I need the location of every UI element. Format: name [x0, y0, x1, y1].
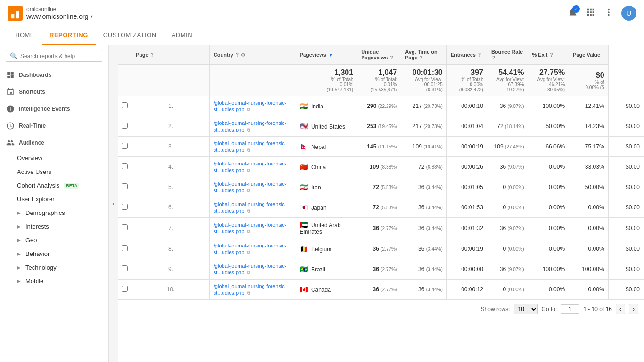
- copy-icon[interactable]: ⧉: [247, 168, 250, 173]
- row-avg-time: 00:01:32: [446, 218, 487, 239]
- bounce-rate-col-help[interactable]: ?: [492, 55, 495, 60]
- col-header-check: [118, 45, 132, 65]
- logo-area: omicsonline www.omicsonline.org ▾: [8, 6, 568, 21]
- row-check[interactable]: [118, 137, 132, 157]
- sidebar-item-overview[interactable]: Overview: [0, 151, 108, 165]
- row-page-value: $0.00: [608, 280, 644, 300]
- country-col-help[interactable]: ?: [236, 52, 239, 58]
- row-check[interactable]: [118, 157, 132, 177]
- row-check[interactable]: [118, 259, 132, 280]
- country-name: United States: [311, 123, 345, 130]
- sidebar-item-cohort-analysis[interactable]: Cohort Analysis BETA: [0, 179, 108, 192]
- tab-customization[interactable]: CUSTOMIZATION: [96, 26, 164, 45]
- site-dropdown-arrow[interactable]: ▾: [91, 14, 93, 19]
- search-input[interactable]: [20, 53, 98, 59]
- table-row: 5. /global-journal-nursing-forensic-st..…: [118, 177, 644, 197]
- sidebar-item-user-explorer[interactable]: User Explorer: [0, 192, 108, 206]
- sidebar-item-shortcuts[interactable]: Shortcuts: [0, 83, 108, 100]
- site-url[interactable]: www.omicsonline.org ▾: [26, 13, 93, 20]
- sidebar-item-technology[interactable]: ▶ Technology: [0, 261, 108, 274]
- row-check[interactable]: [118, 239, 132, 259]
- copy-icon[interactable]: ⧉: [247, 270, 250, 275]
- goto-input[interactable]: [561, 304, 579, 314]
- copy-icon[interactable]: ⧉: [247, 127, 250, 132]
- row-check[interactable]: [118, 218, 132, 239]
- sidebar-item-mobile[interactable]: ▶ Mobile: [0, 274, 108, 288]
- page-col-help[interactable]: ?: [151, 52, 154, 58]
- copy-icon[interactable]: ⧉: [247, 148, 250, 153]
- summary-bounce-rate: 54.41% Avg for View: 67.39% (-19.27%): [487, 65, 528, 96]
- search-input-wrap[interactable]: 🔍: [6, 50, 102, 62]
- row-checkbox[interactable]: [122, 265, 128, 272]
- tab-reporting[interactable]: REPORTING: [42, 26, 96, 45]
- user-avatar[interactable]: U: [621, 6, 636, 21]
- row-pageviews: 36 (2.77%): [357, 239, 401, 259]
- row-number: 9.: [132, 259, 210, 280]
- sidebar-item-audience[interactable]: Audience: [0, 134, 108, 151]
- summary-pct-exit: 27.75% Avg for View: 46.21% (-39.95%): [528, 65, 569, 96]
- row-unique-pv: 36 (3.44%): [401, 239, 447, 259]
- row-pct-exit: 14.23%: [569, 116, 608, 137]
- row-checkbox[interactable]: [122, 102, 128, 108]
- sidebar-item-demographics[interactable]: ▶ Demographics: [0, 206, 108, 220]
- show-rows-select[interactable]: 102550100500: [514, 304, 538, 314]
- row-page-value: $0.00: [608, 177, 644, 197]
- pct-exit-col-help[interactable]: ?: [550, 52, 553, 58]
- show-rows-label: Show rows:: [481, 306, 510, 313]
- row-checkbox[interactable]: [122, 224, 128, 230]
- more-options-button[interactable]: [603, 7, 614, 19]
- row-number: 10.: [132, 280, 210, 300]
- unique-pv-col-help[interactable]: ?: [390, 55, 393, 60]
- row-checkbox[interactable]: [122, 183, 128, 189]
- flag-icon: 🇦🇪: [300, 221, 308, 229]
- entrances-col-help[interactable]: ?: [478, 52, 481, 58]
- row-check[interactable]: [118, 177, 132, 197]
- row-number: 2.: [132, 116, 210, 137]
- sidebar-item-dashboards[interactable]: Dashboards: [0, 66, 108, 83]
- row-bounce-rate: 0.00%: [528, 218, 569, 239]
- country-col-filter[interactable]: ⚙: [241, 52, 245, 58]
- notification-button[interactable]: 2: [568, 7, 578, 19]
- row-checkbox[interactable]: [122, 123, 128, 129]
- country-name: Japan: [311, 205, 327, 211]
- apps-button[interactable]: [586, 7, 596, 19]
- sidebar-item-active-users[interactable]: Active Users: [0, 165, 108, 179]
- row-unique-pv: 36 (3.44%): [401, 218, 447, 239]
- row-number: 8.: [132, 239, 210, 259]
- row-page-value: $0.00: [608, 197, 644, 218]
- copy-icon[interactable]: ⧉: [247, 188, 250, 193]
- row-unique-pv: 217 (20.73%): [401, 96, 447, 116]
- row-checkbox[interactable]: [122, 163, 128, 169]
- sidebar-item-interests[interactable]: ▶ Interests: [0, 220, 108, 233]
- row-unique-pv: 36 (3.44%): [401, 197, 447, 218]
- copy-icon[interactable]: ⧉: [247, 107, 250, 112]
- sidebar-collapse-button[interactable]: ‹: [108, 45, 118, 362]
- row-check[interactable]: [118, 96, 132, 116]
- row-entrances: 0 (0.00%): [487, 177, 528, 197]
- next-page-button[interactable]: ›: [629, 304, 638, 314]
- flag-icon: 🇺🇸: [300, 123, 308, 130]
- prev-page-button[interactable]: ‹: [616, 304, 625, 314]
- avg-time-col-help[interactable]: ?: [420, 55, 423, 60]
- row-checkbox[interactable]: [122, 204, 128, 210]
- row-check[interactable]: [118, 116, 132, 137]
- summary-page: [132, 65, 210, 96]
- copy-icon[interactable]: ⧉: [247, 250, 250, 255]
- tab-home[interactable]: HOME: [8, 26, 42, 45]
- row-checkbox[interactable]: [122, 143, 128, 149]
- copy-icon[interactable]: ⧉: [247, 290, 250, 296]
- row-checkbox[interactable]: [122, 286, 128, 292]
- sidebar-item-intelligence[interactable]: Intelligence Events: [0, 100, 108, 117]
- row-checkbox[interactable]: [122, 245, 128, 251]
- sidebar-item-behavior[interactable]: ▶ Behavior: [0, 247, 108, 261]
- tab-admin[interactable]: ADMIN: [164, 26, 200, 45]
- row-check[interactable]: [118, 280, 132, 300]
- copy-icon[interactable]: ⧉: [247, 208, 250, 214]
- copy-icon[interactable]: ⧉: [247, 229, 250, 234]
- row-check[interactable]: [118, 197, 132, 218]
- col-header-pageviews[interactable]: Pageviews ▼: [296, 45, 357, 65]
- sidebar-item-realtime[interactable]: Real-Time: [0, 117, 108, 134]
- sidebar-item-geo[interactable]: ▶ Geo: [0, 233, 108, 247]
- table-row: 1. /global-journal-nursing-forensic-st..…: [118, 96, 644, 116]
- row-number: 7.: [132, 218, 210, 239]
